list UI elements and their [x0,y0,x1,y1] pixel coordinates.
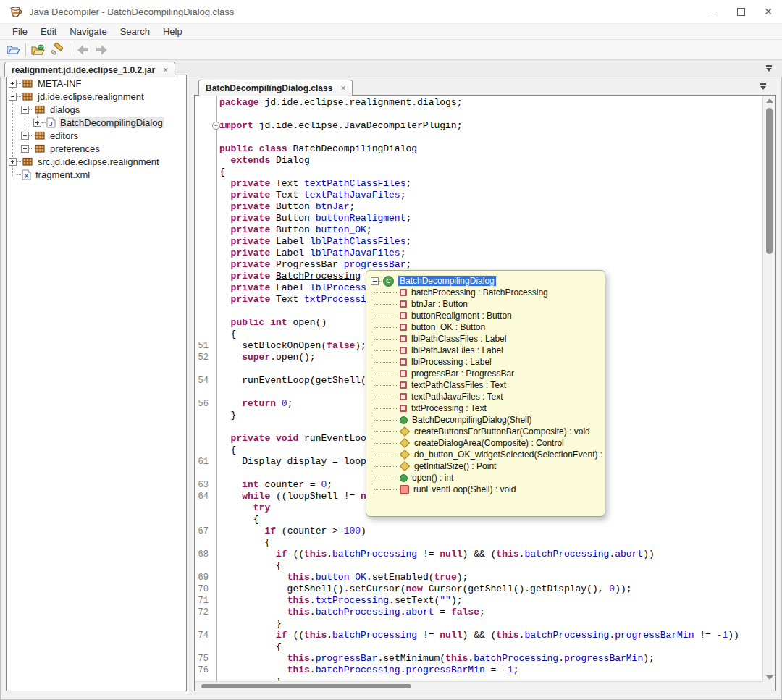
code-line[interactable]: 76 this.batchProcessing.progressBarMin =… [195,665,763,676]
code-text: private Text txtProcessing; [216,294,383,305]
expand-icon[interactable] [9,158,17,166]
tab-jar-file[interactable]: realignment.jd.ide.eclipse_1.0.2.jar × [4,62,175,77]
code-line[interactable]: { [195,537,763,549]
code-line[interactable]: private Button buttonRealigment; [195,213,763,224]
outline-item-lblprocessing[interactable]: lblProcessing : Label [366,356,605,368]
outline-item-lblpathjavafiles[interactable]: lblPathJavaFiles : Label [366,345,605,356]
code-line[interactable]: package jd.ide.eclipse.realignment.dialo… [195,97,763,109]
code-line[interactable]: private Button btnJar; [195,201,763,213]
code-line[interactable] [195,109,763,120]
tree-item-fragment-xml[interactable]: Xfragment.xml [7,168,186,181]
expand-icon[interactable] [21,145,29,153]
scroll-down-icon[interactable] [766,675,773,680]
forward-button[interactable] [92,42,111,58]
outline-item-createbuttonsforbuttonbar-composite[interactable]: createButtonsForButtonBar(Composite) : v… [366,426,605,437]
code-line[interactable]: 69 this.button_OK.setEnabled(true); [195,572,763,583]
outline-item-button-ok[interactable]: button_OK : Button [366,321,605,333]
code-line[interactable]: private Label lblPathClassFiles; [195,236,763,248]
line-number [195,282,216,294]
code-line[interactable]: 74 if ((this.batchProcessing != null) &&… [195,630,763,641]
tree-item-label: dialogs [49,104,81,115]
tree-item-label: editors [49,130,80,141]
outline-item-buttonrealigment[interactable]: buttonRealigment : Button [366,310,605,321]
menu-item-navigate[interactable]: Navigate [63,26,113,37]
expand-icon[interactable] [9,80,17,88]
code-line[interactable] [195,132,763,143]
code-line[interactable]: private Button button_OK; [195,224,763,236]
class-tab-label: BatchDecompilingDialog.class [206,83,332,93]
code-line[interactable]: { [195,560,763,572]
minimize-button[interactable] [699,0,727,23]
tree-item-batchdecompilingdialog[interactable]: JBatchDecompilingDialog [7,116,186,129]
vertical-scrollbar-thumb[interactable] [766,108,773,254]
code-line[interactable]: private Label lblPathJavaFiles; [195,248,763,259]
outline-item-batchdecompilingdialog-shell[interactable]: BatchDecompilingDialog(Shell) [366,414,605,426]
code-line[interactable]: private Text textPathJavaFiles; [195,190,763,201]
code-line[interactable]: 72 this.batchProcessing.abort = false; [195,607,763,618]
code-line[interactable]: 71 this.txtProcessing.setText(""); [195,595,763,607]
expand-icon[interactable] [33,119,41,127]
outline-item-progressbar[interactable]: progressBar : ProgressBar [366,368,605,379]
jar-tab-list-dropdown-icon[interactable] [765,65,773,72]
close-button[interactable]: ✕ [754,0,782,23]
code-line[interactable]: public class BatchDecompilingDialog [195,143,763,155]
tree-stub [29,148,33,149]
outline-item-batchprocessing[interactable]: batchProcessing : BatchProcessing [366,287,605,298]
collapse-icon[interactable] [9,93,17,101]
code-line[interactable]: private Text textPathClassFiles; [195,178,763,190]
horizontal-scrollbar[interactable] [195,681,763,691]
xml-file-icon: X [22,169,31,180]
outline-item-btnjar[interactable]: btnJar : Button [366,298,605,310]
code-text: this.batchProcessing.progressBarMin = -1… [216,665,519,676]
tree-item-jd-ide-eclipse-realignment[interactable]: jd.ide.eclipse.realignment [7,90,186,103]
collapse-icon[interactable] [21,106,29,114]
jar-tab-close-icon[interactable]: × [163,65,168,75]
code-line[interactable]: 70 getShell().setCursor(new Cursor(getSh… [195,583,763,595]
tree-item-editors[interactable]: editors [7,129,186,142]
tree-item-dialogs[interactable]: dialogs [7,103,186,116]
outline-item-txtprocessing[interactable]: txtProcessing : Text [366,402,605,414]
outline-item-createdialogarea-composite[interactable]: createDialogArea(Composite) : Control [366,437,605,449]
code-line[interactable]: 68 if ((this.batchProcessing != null) &&… [195,549,763,560]
outline-item-textpathclassfiles[interactable]: textPathClassFiles : Text [366,379,605,391]
menu-item-help[interactable]: Help [156,26,189,37]
tree-item-src-jd-ide-eclipse-realignment[interactable]: src.jd.ide.eclipse.realignment [7,155,186,168]
code-line[interactable]: extends Dialog [195,155,763,166]
tab-class-file[interactable]: BatchDecompilingDialog.class × [198,80,353,96]
outline-item-do-button-ok-widgetselected-selectionevent[interactable]: do_button_OK_widgetSelected(SelectionEve… [366,449,605,460]
code-line[interactable]: +import jd.ide.eclipse.JavaDecompilerPlu… [195,120,763,132]
tree-item-meta-inf[interactable]: META-INF [7,77,186,90]
vertical-scrollbar[interactable] [762,96,775,682]
fold-expand-icon[interactable]: + [212,122,220,130]
maximize-button[interactable] [727,0,754,23]
search-button[interactable] [48,42,67,58]
class-tab-close-icon[interactable]: × [340,83,345,93]
outline-item-runeventloop-shell[interactable]: runEventLoop(Shell) : void [366,484,605,495]
menu-item-file[interactable]: File [6,26,34,37]
outline-root-class[interactable]: C BatchDecompilingDialog [366,275,605,287]
code-line[interactable]: { [195,641,763,653]
tree-stub [17,161,21,162]
collapse-icon[interactable] [371,277,379,285]
line-number [195,444,216,456]
open-file-button[interactable] [4,42,22,58]
scroll-up-icon[interactable] [766,98,773,103]
menu-item-search[interactable]: Search [114,26,156,37]
code-line[interactable]: private ProgressBar progressBar; [195,259,763,271]
outline-item-lblpathclassfiles[interactable]: lblPathClassFiles : Label [366,333,605,345]
code-line[interactable]: 67 if (counter > 100) [195,526,763,537]
horizontal-scrollbar-thumb[interactable] [201,684,411,688]
open-type-button[interactable] [29,42,48,58]
expand-icon[interactable] [21,132,29,140]
code-line[interactable]: 75 this.progressBar.setMinimum(this.batc… [195,653,763,665]
back-button[interactable] [73,42,92,58]
outline-item-open[interactable]: open() : int [366,472,605,484]
tree-item-preferences[interactable]: preferences [7,142,186,155]
code-line[interactable]: } [195,618,763,630]
menu-item-edit[interactable]: Edit [34,26,63,37]
code-line[interactable]: { [195,166,763,178]
outline-item-getinitialsize[interactable]: getInitialSize() : Point [366,460,605,472]
outline-item-textpathjavafiles[interactable]: textPathJavaFiles : Text [366,391,605,402]
code-text: private ProgressBar progressBar; [216,259,411,271]
class-tab-list-dropdown-icon[interactable] [760,83,767,90]
